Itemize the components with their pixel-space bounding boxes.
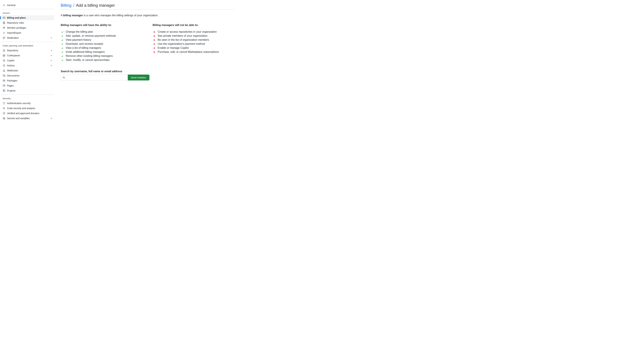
will-suffix: have the ability to: xyxy=(88,24,112,26)
sidebar-item-moderation[interactable]: Moderation xyxy=(1,35,54,40)
sidebar-item-packages[interactable]: Packages xyxy=(1,78,54,83)
sidebar-item-code-security-analysis[interactable]: Code security and analysis xyxy=(1,106,54,111)
ability-willnot-item: Enable or manage Copilot xyxy=(152,46,234,50)
cross-icon xyxy=(152,34,156,38)
sidebar-item-repository[interactable]: Repository xyxy=(1,48,54,53)
cross-icon xyxy=(152,30,156,34)
browser-icon xyxy=(3,84,5,87)
svg-point-27 xyxy=(3,112,5,114)
sidebar-label: Discussions xyxy=(7,74,53,77)
sidebar-item-billing-and-plans[interactable]: Billing and plans xyxy=(1,15,54,20)
settings-sidebar: General Access Billing and plans Reposit… xyxy=(0,0,55,123)
abilities-will-list: Change the billing planAdd, update, or r… xyxy=(61,30,142,62)
copilot-icon xyxy=(3,59,5,62)
discussions-icon xyxy=(3,74,5,77)
abilities-will-column: Billing managers will have the ability t… xyxy=(61,24,142,62)
gear-icon xyxy=(3,4,5,6)
sidebar-item-import-export[interactable]: Import/Export xyxy=(1,30,54,35)
check-icon xyxy=(61,50,64,54)
check-icon xyxy=(61,42,64,46)
ability-willnot-item: Purchase, edit, or cancel Marketplace su… xyxy=(152,50,234,54)
people-icon xyxy=(3,26,5,29)
svg-line-30 xyxy=(64,78,64,78)
svg-point-14 xyxy=(4,60,4,61)
sidebar-label: Import/Export xyxy=(7,31,53,34)
sidebar-label: Repository xyxy=(7,49,50,52)
sidebar-label: Repository roles xyxy=(7,21,53,24)
abilities-willnot-list: Create or access repositories in your or… xyxy=(152,30,234,54)
svg-point-9 xyxy=(4,38,4,38)
sidebar-item-secrets-variables[interactable]: Secrets and variables xyxy=(1,116,54,121)
intro-bold: billing manager xyxy=(63,14,83,17)
breadcrumb-billing-link[interactable]: Billing xyxy=(61,3,72,7)
ability-text: Be seen in the list of organization memb… xyxy=(158,38,209,41)
abilities-willnot-title: Billing managers will not be able to: xyxy=(152,24,234,27)
sidebar-section-security: Security xyxy=(1,96,54,101)
will-bold: will xyxy=(83,24,88,26)
willnot-suffix: be able to: xyxy=(184,24,198,26)
ability-text: Start, modify, or cancel sponsorships xyxy=(66,58,110,61)
willnot-bold: will not xyxy=(175,24,184,26)
ability-will-item: Download, and receive receipts xyxy=(61,42,142,46)
ability-willnot-item: Use the organization's payment method xyxy=(152,42,234,46)
breadcrumb-separator: / xyxy=(73,3,74,7)
credit-card-icon xyxy=(3,16,5,19)
sidebar-item-copilot[interactable]: Copilot xyxy=(1,58,54,63)
svg-point-16 xyxy=(4,70,4,70)
sidebar-label: Code security and analysis xyxy=(7,107,53,110)
svg-rect-1 xyxy=(3,17,5,18)
search-section: Search by username, full name or email a… xyxy=(61,70,234,80)
ability-text: Invite additional billing managers xyxy=(66,50,105,53)
chevron-down-icon xyxy=(50,117,53,120)
sidebar-item-projects[interactable]: Projects xyxy=(1,88,54,93)
ability-text: Remove other existing billing managers xyxy=(66,54,113,57)
svg-point-7 xyxy=(4,27,5,28)
sidebar-item-authentication-security[interactable]: Authentication security xyxy=(1,101,54,106)
codespaces-icon xyxy=(3,54,5,57)
sidebar-item-webhooks[interactable]: Webhooks xyxy=(1,68,54,73)
sidebar-label: Verified and approved domains xyxy=(7,112,53,115)
sidebar-section-access: Access xyxy=(1,10,54,15)
chevron-down-icon xyxy=(50,49,53,52)
sidebar-label: Webhooks xyxy=(7,69,53,72)
search-label: Search by username, full name or email a… xyxy=(61,70,234,73)
sidebar-item-pages[interactable]: Pages xyxy=(1,83,54,88)
intro-suffix: is a user who manages the billing settin… xyxy=(83,14,158,17)
intro-prefix: A xyxy=(61,14,63,17)
ability-will-item: Change the billing plan xyxy=(61,30,142,34)
ability-will-item: View a list of billing managers xyxy=(61,46,142,50)
check-icon xyxy=(61,54,64,58)
svg-rect-11 xyxy=(3,56,5,56)
sidebar-item-repository-roles[interactable]: Repository roles xyxy=(1,20,54,25)
send-invitation-button[interactable]: Send invitation xyxy=(128,75,150,80)
check-circle-icon xyxy=(3,112,5,115)
search-input-wrap xyxy=(61,75,128,80)
sidebar-label: Projects xyxy=(7,89,53,92)
ability-will-item: Start, modify, or cancel sponsorships xyxy=(61,58,142,62)
key-asterisk-icon xyxy=(3,117,5,120)
ability-text: View payment history xyxy=(66,38,91,41)
comment-report-icon xyxy=(3,36,5,39)
check-icon xyxy=(61,30,64,34)
ability-text: Purchase, edit, or cancel Marketplace su… xyxy=(158,50,219,53)
sidebar-item-member-privileges[interactable]: Member privileges xyxy=(1,25,54,30)
ability-willnot-item: Create or access repositories in your or… xyxy=(152,30,234,34)
divider xyxy=(1,42,54,42)
play-circle-icon xyxy=(3,64,5,67)
check-icon xyxy=(61,38,64,42)
ability-text: See private members of your organization xyxy=(158,34,208,37)
search-input[interactable] xyxy=(61,75,128,80)
package-icon xyxy=(3,79,5,82)
code-scan-icon xyxy=(3,107,5,110)
svg-point-6 xyxy=(3,27,4,28)
intro-text: A billing manager is a user who manages … xyxy=(61,14,234,17)
sidebar-item-general[interactable]: General xyxy=(1,3,54,8)
sidebar-item-codespaces[interactable]: Codespaces xyxy=(1,53,54,58)
chevron-down-icon xyxy=(50,59,53,62)
chevron-down-icon xyxy=(50,36,53,39)
ability-text: View a list of billing managers xyxy=(66,46,101,49)
sidebar-item-actions[interactable]: Actions xyxy=(1,63,54,68)
sidebar-item-verified-domains[interactable]: Verified and approved domains xyxy=(1,111,54,116)
sidebar-item-discussions[interactable]: Discussions xyxy=(1,73,54,78)
chevron-down-icon xyxy=(50,54,53,57)
